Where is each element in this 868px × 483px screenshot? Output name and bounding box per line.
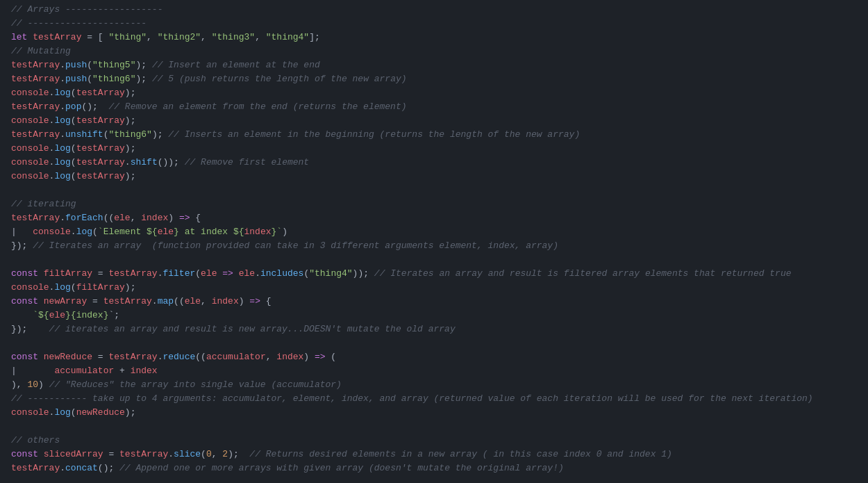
code-token: const — [11, 448, 44, 461]
code-token: "thing6" — [108, 128, 151, 142]
line-8: testArray.pop(); // Remove an element fr… — [0, 100, 868, 114]
code-token: forEach — [65, 211, 103, 225]
code-token: map — [158, 295, 174, 309]
code-token: testArray — [108, 267, 157, 281]
code-token: `Element ${ — [98, 225, 158, 239]
code-token: testArray — [11, 58, 60, 72]
code-token: 10 — [27, 378, 38, 392]
code-token: ( — [303, 267, 309, 281]
code-token: "thing6" — [92, 72, 135, 86]
code-token: . — [49, 406, 55, 420]
code-token: ( — [71, 281, 76, 295]
code-token: = — [87, 295, 103, 309]
code-token: "thing3" — [212, 31, 255, 44]
code-token: `; — [108, 309, 119, 322]
code-token: }` — [272, 225, 283, 239]
line-7: console.log(testArray); — [0, 86, 868, 100]
code-token: ( — [71, 86, 76, 100]
code-token: , — [147, 31, 158, 44]
code-token: . — [60, 72, 65, 86]
code-token: "thing4" — [309, 267, 352, 281]
code-token — [233, 267, 239, 281]
code-token: testArray — [11, 461, 60, 475]
code-token: , — [266, 350, 277, 364]
code-token: // iterates an array and result is new a… — [49, 322, 456, 336]
code-token: ( — [71, 170, 76, 183]
code-token: ele — [158, 225, 174, 239]
code-token: . — [158, 350, 163, 364]
code-token: ( — [201, 448, 206, 461]
code-token: // Remove first element — [185, 156, 309, 170]
code-token: testArray — [103, 295, 152, 309]
code-editor: // Arrays ------------------ // --------… — [0, 0, 868, 483]
code-token: ele — [114, 211, 130, 225]
code-token: push — [65, 72, 87, 86]
code-token: . — [49, 156, 55, 170]
code-token: ( — [71, 406, 76, 420]
code-token: ele — [49, 309, 65, 322]
code-token: . — [152, 295, 158, 309]
code-token: const — [11, 350, 44, 364]
code-token: ( — [87, 72, 92, 86]
line-27: | accumulator + index — [0, 364, 868, 378]
line-16: testArray.forEach((ele, index) => { — [0, 211, 868, 225]
code-token: = — [92, 350, 108, 364]
code-token: ) — [303, 350, 315, 364]
code-token: testArray — [11, 128, 60, 142]
code-token: , — [201, 31, 212, 44]
code-token: console — [33, 225, 71, 239]
code-token: log — [54, 86, 70, 100]
code-token: "thing5" — [92, 58, 135, 72]
code-token: index — [141, 211, 168, 225]
code-token: => — [222, 267, 233, 281]
code-token: filter — [162, 267, 195, 281]
code-token — [11, 309, 33, 322]
line-19 — [0, 253, 868, 267]
code-token: filtArray — [76, 281, 125, 295]
code-token: { — [190, 211, 201, 225]
code-token: // Remove an element from the end (retur… — [108, 100, 406, 114]
code-token: // Arrays ------------------ — [11, 3, 162, 17]
code-token: // others — [11, 434, 60, 448]
code-token: "thing4" — [266, 31, 309, 44]
code-token: // Iterates an array and result is filte… — [374, 267, 792, 281]
line-28: ), 10) // "Reduces" the array into singl… — [0, 378, 868, 392]
code-token — [217, 267, 223, 281]
line-22: const newArray = testArray.map((ele, ind… — [0, 295, 868, 309]
code-token: = [ — [81, 31, 108, 44]
code-token: . — [158, 267, 163, 281]
code-token: // Append one or more arrays with given … — [119, 461, 564, 475]
code-token: // 5 (push returns the length of the new… — [152, 72, 407, 86]
code-token: testArray — [11, 211, 60, 225]
code-token: ( — [87, 58, 92, 72]
code-token: testArray — [119, 448, 168, 461]
line-2: // ---------------------- — [0, 17, 868, 31]
line-30: console.log(newReduce); — [0, 406, 868, 420]
code-token: } at index ${ — [174, 225, 244, 239]
line-34: testArray.concat(); // Append one or mor… — [0, 461, 868, 475]
code-token: . — [60, 128, 65, 142]
line-11: console.log(testArray); — [0, 142, 868, 156]
code-token: ); — [125, 142, 136, 156]
code-token: testArray — [11, 100, 60, 114]
code-token: (); — [81, 100, 108, 114]
code-token: { — [260, 295, 272, 309]
code-token: log — [54, 156, 70, 170]
code-token: . — [49, 114, 55, 128]
code-token: , — [255, 31, 266, 44]
code-token: // Iterates an array (function provided … — [33, 239, 558, 253]
code-token: index — [244, 225, 272, 239]
code-token: testArray — [33, 31, 81, 44]
code-token: ()); — [158, 156, 185, 170]
code-token: slice — [174, 448, 201, 461]
line-3: let testArray = [ "thing", "thing2", "th… — [0, 31, 868, 44]
code-token: 2 — [222, 448, 228, 461]
code-token: ); — [125, 170, 136, 183]
code-token: shift — [131, 156, 158, 170]
code-token: . — [60, 100, 65, 114]
code-token: testArray — [76, 170, 125, 183]
code-token: (( — [103, 211, 115, 225]
code-token: . — [71, 225, 76, 239]
code-token: // Insert an element at the end — [152, 58, 320, 72]
code-token: . — [60, 211, 65, 225]
